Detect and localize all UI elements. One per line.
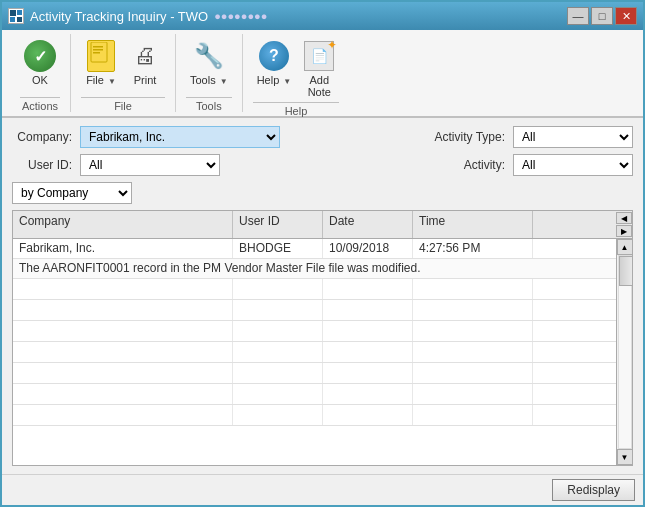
print-label: Print bbox=[134, 74, 157, 86]
col-header-company: Company bbox=[13, 211, 233, 238]
col-header-userid: User ID bbox=[233, 211, 323, 238]
app-icon bbox=[8, 8, 24, 24]
toolbar-group-tools: 🔧 Tools ▼ Tools bbox=[176, 34, 243, 112]
redisplay-button[interactable]: Redisplay bbox=[552, 479, 635, 501]
svg-rect-2 bbox=[10, 17, 15, 22]
help-button[interactable]: ? Help ▼ bbox=[253, 38, 296, 88]
table-scroll-icons: ◀ ▶ bbox=[616, 211, 632, 239]
table-row bbox=[13, 321, 616, 342]
scrollbar-down-button[interactable]: ▼ bbox=[617, 449, 633, 465]
scrollbar-track[interactable] bbox=[618, 255, 632, 449]
view-select[interactable]: by Company by User by Date bbox=[12, 182, 132, 204]
content-area: Company: Fabrikam, Inc. Activity Type: A… bbox=[2, 118, 643, 474]
svg-rect-1 bbox=[17, 10, 22, 15]
addnote-icon: 📄 ✦ bbox=[304, 41, 334, 71]
actions-group-label: Actions bbox=[20, 97, 60, 112]
user-id-label: User ID: bbox=[12, 158, 72, 172]
col-header-time: Time bbox=[413, 211, 533, 238]
tools-group-label: Tools bbox=[186, 97, 232, 112]
scrollbar-up-button[interactable]: ▲ bbox=[617, 239, 633, 255]
svg-rect-0 bbox=[10, 10, 16, 16]
cell-userid: BHODGE bbox=[233, 239, 323, 258]
company-code: ●●●●●●●● bbox=[214, 10, 267, 22]
col-header-extra bbox=[533, 211, 616, 238]
activity-type-label: Activity Type: bbox=[415, 130, 505, 144]
cell-date: 10/09/2018 bbox=[323, 239, 413, 258]
ok-icon: ✓ bbox=[24, 40, 56, 72]
add-note-button[interactable]: 📄 ✦ AddNote bbox=[299, 38, 339, 100]
ok-button[interactable]: ✓ OK bbox=[20, 38, 60, 88]
table-row bbox=[13, 300, 616, 321]
file-icon bbox=[87, 40, 115, 72]
tools-button[interactable]: 🔧 Tools ▼ bbox=[186, 38, 232, 88]
table-body: Fabrikam, Inc. BHODGE 10/09/2018 4:27:56… bbox=[13, 239, 616, 465]
activity-table: Company User ID Date Time ◀ ▶ Fabrikam, … bbox=[12, 210, 633, 466]
file-label: File ▼ bbox=[86, 74, 116, 86]
title-bar: Activity Tracking Inquiry - TWO ●●●●●●●●… bbox=[2, 2, 643, 30]
table-row: Fabrikam, Inc. BHODGE 10/09/2018 4:27:56… bbox=[13, 239, 616, 259]
user-id-select[interactable]: All bbox=[80, 154, 220, 176]
maximize-button[interactable]: □ bbox=[591, 7, 613, 25]
cell-description: The AARONFIT0001 record in the PM Vendor… bbox=[13, 259, 616, 278]
close-button[interactable]: ✕ bbox=[615, 7, 637, 25]
main-window: Activity Tracking Inquiry - TWO ●●●●●●●●… bbox=[0, 0, 645, 507]
table-header: Company User ID Date Time bbox=[13, 211, 616, 239]
ok-label: OK bbox=[32, 74, 48, 86]
title-bar-controls: — □ ✕ bbox=[567, 7, 637, 25]
activity-label: Activity: bbox=[415, 158, 505, 172]
description-row: The AARONFIT0001 record in the PM Vendor… bbox=[13, 259, 616, 279]
activity-type-select[interactable]: All bbox=[513, 126, 633, 148]
print-icon: 🖨 bbox=[134, 43, 156, 69]
table-row bbox=[13, 279, 616, 300]
svg-rect-5 bbox=[93, 46, 103, 48]
table-scrollbar: ▲ ▼ bbox=[616, 239, 632, 465]
help-label: Help ▼ bbox=[257, 74, 292, 86]
file-group-label: File bbox=[81, 97, 165, 112]
cell-time: 4:27:56 PM bbox=[413, 239, 533, 258]
toolbar-group-help: ? Help ▼ 📄 ✦ AddNote Help bbox=[243, 34, 350, 112]
view-row: by Company by User by Date bbox=[12, 182, 633, 204]
svg-rect-3 bbox=[17, 17, 22, 22]
svg-rect-6 bbox=[93, 49, 103, 51]
tools-label: Tools ▼ bbox=[190, 74, 228, 86]
table-row bbox=[13, 405, 616, 426]
svg-rect-7 bbox=[93, 52, 100, 54]
minimize-button[interactable]: — bbox=[567, 7, 589, 25]
table-row bbox=[13, 363, 616, 384]
help-group-label: Help bbox=[253, 102, 340, 117]
toolbar-group-actions: ✓ OK Actions bbox=[10, 34, 71, 112]
tools-icon: 🔧 bbox=[194, 42, 224, 70]
company-select[interactable]: Fabrikam, Inc. bbox=[80, 126, 280, 148]
table-row bbox=[13, 384, 616, 405]
window-title: Activity Tracking Inquiry - TWO bbox=[30, 9, 208, 24]
file-button[interactable]: File ▼ bbox=[81, 38, 121, 88]
cell-extra bbox=[533, 239, 616, 258]
table-row bbox=[13, 342, 616, 363]
filter-row-1: Company: Fabrikam, Inc. Activity Type: A… bbox=[12, 126, 633, 148]
toolbar-group-file: File ▼ 🖨 Print File bbox=[71, 34, 176, 112]
scroll-right-icon[interactable]: ▶ bbox=[616, 225, 632, 237]
activity-select[interactable]: All bbox=[513, 154, 633, 176]
col-header-date: Date bbox=[323, 211, 413, 238]
bottom-bar: Redisplay bbox=[2, 474, 643, 505]
company-label: Company: bbox=[12, 130, 72, 144]
scroll-left-icon[interactable]: ◀ bbox=[616, 212, 632, 224]
toolbar: ✓ OK Actions bbox=[2, 30, 643, 118]
filter-row-2: User ID: All Activity: All bbox=[12, 154, 633, 176]
print-button[interactable]: 🖨 Print bbox=[125, 38, 165, 88]
scrollbar-thumb[interactable] bbox=[619, 256, 633, 286]
add-note-label: AddNote bbox=[308, 74, 331, 98]
help-icon: ? bbox=[259, 41, 289, 71]
cell-company: Fabrikam, Inc. bbox=[13, 239, 233, 258]
